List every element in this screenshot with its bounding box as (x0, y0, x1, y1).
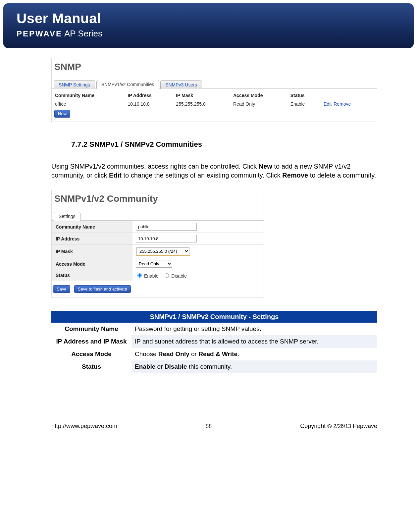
table-header-row: Community Name IP Address IP Mask Access… (52, 91, 377, 100)
para-text: to change the settings of an existing co… (122, 172, 282, 179)
footer-url: http://www.pepwave.com (51, 423, 117, 430)
col-community-name: Community Name (52, 91, 124, 100)
footer-copyright: Copyright © 2/26/13 Pepwave (300, 423, 377, 430)
status-disable-radio[interactable] (165, 273, 169, 278)
row-desc: Password for getting or setting SNMP val… (131, 323, 377, 335)
settings-form-table: Community Name IP Address IP Mask 255.25… (52, 221, 264, 281)
col-ip-mask: IP Mask (173, 91, 230, 100)
cell-mask: 255.255.255.0 (173, 100, 230, 108)
para-text: Using SNMPv1/v2 communities, access righ… (51, 163, 259, 170)
status-disable-option[interactable]: Disable (163, 273, 187, 279)
tab-bar: SNMP Settings SNMPv1/v2 Communities SNMP… (52, 80, 377, 89)
ip-mask-select[interactable]: 255.255.255.0 (/24) (136, 247, 189, 255)
row-label: Access Mode (51, 348, 131, 360)
form-tab-bar: Settings (52, 211, 264, 221)
row-label: Community Name (51, 323, 131, 335)
para-text: to delete a community. (308, 172, 376, 179)
product-series: AP Series (64, 28, 102, 38)
label-status: Status (52, 270, 132, 281)
community-list-table: Community Name IP Address IP Mask Access… (52, 91, 377, 108)
snmp-community-form-screenshot: SNMPv1/v2 Community Settings Community N… (51, 190, 264, 298)
row-desc: IP and subnet address that is allowed to… (131, 335, 377, 348)
document-header: User Manual PEPWAVEAP Series (0, 0, 417, 48)
col-ip-address: IP Address (124, 91, 173, 100)
col-status: Status (287, 91, 320, 100)
label-ip-mask: IP Mask (52, 245, 132, 258)
brand-name: PEPWAVE (17, 29, 62, 38)
community-name-input[interactable] (136, 223, 197, 231)
row-label: IP Address and IP Mask (51, 335, 131, 348)
para-bold-edit: Edit (109, 172, 122, 179)
section-paragraph: Using SNMPv1/v2 communities, access righ… (51, 162, 377, 180)
access-mode-select[interactable]: Read Only (136, 260, 172, 268)
page-content: SNMP SNMP Settings SNMPv1/v2 Communities… (0, 48, 417, 383)
snmp-list-screenshot: SNMP SNMP Settings SNMPv1/v2 Communities… (51, 58, 377, 122)
row-desc: Choose Read Only or Read & Write. (131, 348, 377, 360)
cell-name: office (52, 100, 124, 108)
tab-snmpv1v2-communities[interactable]: SNMPv1/v2 Communities (96, 80, 159, 89)
settings-description-table: SNMPv1 / SNMPv2 Community - Settings Com… (51, 311, 377, 373)
status-enable-radio[interactable] (137, 273, 142, 278)
para-bold-remove: Remove (282, 172, 308, 179)
cell-ip: 10.10.10.8 (124, 100, 173, 108)
section-heading: 7.7.2 SNMPv1 / SNMPv2 Communities (71, 140, 377, 149)
cell-mode: Read Only (230, 100, 287, 108)
status-disable-label: Disable (171, 273, 187, 279)
header-banner: User Manual PEPWAVEAP Series (3, 3, 414, 48)
save-flash-button[interactable]: Save to flash and activate (74, 285, 131, 293)
label-ip-address: IP Address (52, 233, 132, 245)
save-button[interactable]: Save (53, 285, 70, 293)
manual-title: User Manual (17, 11, 400, 27)
ip-address-input[interactable] (136, 235, 197, 242)
footer-page-number: 58 (206, 423, 212, 429)
label-community-name: Community Name (52, 221, 132, 233)
status-enable-label: Enable (144, 273, 159, 279)
para-bold-new: New (259, 163, 272, 170)
label-access-mode: Access Mode (52, 258, 132, 270)
new-button[interactable]: New (54, 110, 70, 118)
status-enable-option[interactable]: Enable (136, 273, 158, 279)
row-label: Status (51, 360, 131, 373)
tab-snmpv3-users[interactable]: SNMPv3 Users (160, 80, 202, 89)
row-desc: Enable or Disable this community. (131, 360, 377, 373)
screenshot2-title: SNMPv1/v2 Community (52, 190, 264, 210)
col-access-mode: Access Mode (230, 91, 287, 100)
screenshot-title: SNMP (52, 58, 377, 80)
manual-subtitle: PEPWAVEAP Series (17, 28, 400, 39)
table-row: office 10.10.10.8 255.255.255.0 Read Onl… (52, 100, 377, 108)
cell-status: Enable (287, 100, 320, 108)
settings-table-header: SNMPv1 / SNMPv2 Community - Settings (51, 311, 377, 323)
edit-link[interactable]: Edit (324, 101, 332, 107)
remove-link[interactable]: Remove (334, 101, 351, 107)
tab-snmp-settings[interactable]: SNMP Settings (54, 80, 95, 89)
page-footer: http://www.pepwave.com 58 Copyright © 2/… (0, 423, 417, 430)
col-actions (320, 91, 377, 100)
tab-settings[interactable]: Settings (54, 212, 80, 221)
